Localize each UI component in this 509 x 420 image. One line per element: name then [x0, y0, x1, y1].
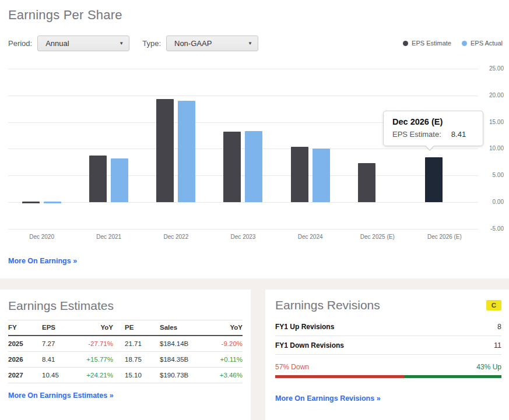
y-axis-tick-label: 5.00 — [478, 172, 504, 178]
estimate-dot-icon — [403, 41, 408, 46]
sales-cell: $190.73B — [150, 368, 204, 383]
earnings-per-share-section: Earnings Per Share Period: Annual ▼ Type… — [0, 0, 509, 278]
type-select[interactable]: Non-GAAP ▼ — [166, 36, 258, 51]
gridline — [8, 149, 478, 149]
up-revisions-value: 8 — [497, 323, 501, 331]
eps-cell: 10.45 — [42, 368, 76, 383]
chart-bar-eps-estimate[interactable] — [425, 157, 443, 202]
revisions-ratio-labels: 57% Down 43% Up — [275, 363, 501, 371]
revisions-ratio-bar — [275, 375, 501, 378]
down-revisions-label: FY1 Down Revisions — [275, 341, 344, 350]
chart-bar-eps-actual[interactable] — [178, 101, 195, 202]
revisions-bar-down — [275, 375, 404, 378]
x-axis-tick-label: Dec 2022 — [142, 234, 209, 240]
list-item: FY1 Up Revisions 8 — [275, 317, 501, 336]
y-axis-tick-label: -5.00 — [478, 225, 504, 232]
y-axis-tick-label: 0.00 — [478, 199, 504, 205]
y-axis-tick-label: 25.00 — [478, 65, 504, 72]
revisions-title-row: Earnings Revisions C — [275, 298, 501, 312]
eps-cell: 7.27 — [42, 336, 76, 352]
fy-cell: 2025 — [8, 336, 42, 352]
revisions-rows: FY1 Up Revisions 8 FY1 Down Revisions 11 — [275, 317, 501, 355]
period-select[interactable]: Annual ▼ — [37, 36, 129, 51]
estimates-table: FY EPS YoY PE Sales YoY 2025 7.27 -27.71… — [8, 320, 243, 383]
bottom-panels: Earnings Estimates FY EPS YoY PE Sales Y… — [0, 290, 509, 420]
eps-chart: Dec 2026 (E) EPS Estimate:8.41 25.0020.0… — [0, 59, 509, 245]
earnings-revisions-panel: Earnings Revisions C FY1 Up Revisions 8 … — [265, 290, 509, 420]
list-item: FY1 Down Revisions 11 — [275, 336, 501, 355]
chart-bar-eps-estimate[interactable] — [358, 163, 375, 202]
eps-yoy-cell: +15.77% — [76, 352, 113, 368]
eps-yoy-cell: +24.21% — [76, 368, 113, 383]
legend-actual-label: EPS Actual — [471, 40, 503, 47]
sales-cell: $184.14B — [150, 336, 204, 352]
panel-gap — [251, 290, 265, 420]
tooltip-title: Dec 2026 (E) — [392, 117, 475, 126]
more-on-earnings-link[interactable]: More On Earnings » — [8, 257, 77, 265]
chart-bar-eps-actual[interactable] — [44, 202, 61, 203]
chart-bar-eps-estimate[interactable] — [156, 99, 174, 202]
table-row: 2025 7.27 -27.71% 21.71 $184.14B -9.20% — [8, 336, 243, 352]
col-sales-yoy: YoY — [204, 320, 243, 336]
estimates-header-row: FY EPS YoY PE Sales YoY — [8, 320, 243, 336]
table-row: 2027 10.45 +24.21% 15.10 $190.73B +3.46% — [8, 368, 243, 383]
estimates-title: Earnings Estimates — [8, 299, 243, 313]
x-axis-tick-label: Dec 2020 — [8, 234, 75, 240]
type-select-value: Non-GAAP — [174, 39, 212, 48]
x-axis-tick-label: Dec 2026 (E) — [411, 234, 478, 240]
tooltip-label: EPS Estimate: — [392, 130, 441, 139]
chart-bar-eps-estimate[interactable] — [89, 156, 107, 202]
pe-cell: 21.71 — [113, 336, 150, 352]
col-sales: Sales — [150, 320, 204, 336]
up-revisions-label: FY1 Up Revisions — [275, 323, 334, 331]
sales-yoy-cell: -9.20% — [204, 336, 243, 352]
y-axis-tick-label: 10.00 — [478, 145, 504, 151]
page-title: Earnings Per Share — [8, 8, 122, 23]
revisions-bar-up — [404, 375, 501, 378]
x-axis-tick-label: Dec 2023 — [209, 234, 276, 240]
type-label: Type: — [142, 39, 161, 48]
chart-bar-eps-estimate[interactable] — [22, 202, 40, 203]
legend-item-estimate[interactable]: EPS Estimate — [403, 40, 451, 47]
legend-estimate-label: EPS Estimate — [412, 40, 451, 47]
gridline — [8, 202, 478, 203]
sales-cell: $184.35B — [150, 352, 204, 368]
sales-yoy-cell: +0.11% — [204, 352, 243, 368]
period-label: Period: — [8, 39, 32, 48]
y-axis-tick-label: 20.00 — [478, 92, 504, 98]
x-axis-tick-label: Dec 2021 — [75, 234, 142, 240]
earnings-estimates-panel: Earnings Estimates FY EPS YoY PE Sales Y… — [0, 290, 251, 420]
chart-legend: EPS Estimate EPS Actual — [403, 40, 503, 47]
period-select-value: Annual — [45, 39, 69, 48]
table-row: 2026 8.41 +15.77% 18.75 $184.35B +0.11% — [8, 352, 243, 368]
fy-cell: 2027 — [8, 368, 42, 383]
gridline — [8, 175, 478, 176]
eps-cell: 8.41 — [42, 352, 76, 368]
chart-bar-eps-estimate[interactable] — [291, 147, 308, 202]
tooltip-row: EPS Estimate:8.41 — [392, 130, 475, 139]
pe-cell: 18.75 — [113, 352, 150, 368]
chart-controls: Period: Annual ▼ Type: Non-GAAP ▼ EPS Es… — [8, 35, 503, 51]
chevron-down-icon: ▼ — [248, 41, 252, 46]
gridline — [8, 69, 478, 69]
section-divider — [0, 278, 509, 290]
more-on-earnings-revisions-link[interactable]: More On Earnings Revisions » — [275, 394, 381, 403]
chart-bar-eps-estimate[interactable] — [223, 132, 241, 202]
col-eps-yoy: YoY — [76, 320, 113, 336]
actual-dot-icon — [462, 41, 467, 46]
chevron-down-icon: ▼ — [119, 41, 124, 46]
chart-bar-eps-actual[interactable] — [111, 158, 128, 202]
chart-bar-eps-actual[interactable] — [313, 149, 330, 202]
up-pct-label: 43% Up — [476, 363, 501, 371]
down-pct-label: 57% Down — [275, 363, 309, 371]
more-on-earnings-estimates-link[interactable]: More On Earnings Estimates » — [8, 391, 114, 400]
gridline — [8, 229, 478, 230]
chart-bar-eps-actual[interactable] — [245, 131, 262, 202]
revisions-grade-badge[interactable]: C — [486, 300, 501, 310]
legend-item-actual[interactable]: EPS Actual — [462, 40, 503, 47]
x-axis-tick-label: Dec 2025 (E) — [344, 234, 411, 240]
revisions-title: Earnings Revisions — [275, 298, 380, 312]
gridline — [8, 96, 478, 96]
tooltip-value: 8.41 — [451, 130, 466, 139]
pe-cell: 15.10 — [113, 368, 150, 383]
